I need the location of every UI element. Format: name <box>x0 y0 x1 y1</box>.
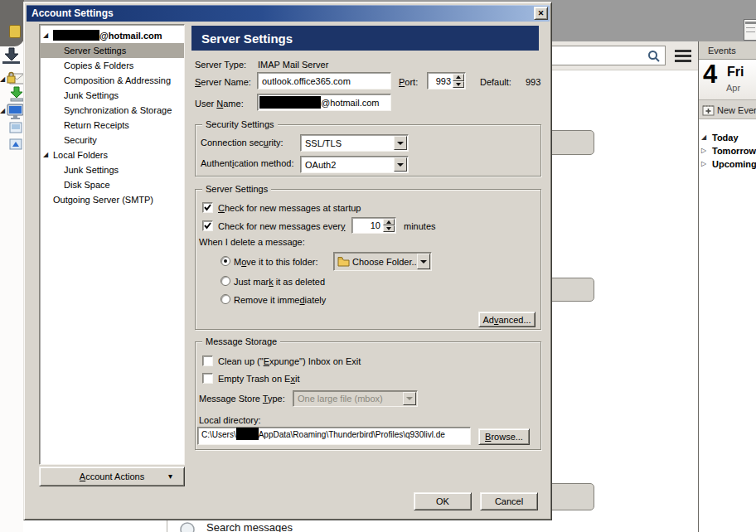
tree-item-security[interactable]: Security <box>40 133 184 148</box>
authentication-method-dropdown[interactable]: OAuth2 <box>300 156 409 173</box>
mark-deleted-radio[interactable] <box>220 276 230 286</box>
check-every-minutes-input[interactable]: 10 <box>351 217 396 234</box>
move-to-folder-radio[interactable] <box>220 256 230 266</box>
tree-item-disk-space[interactable]: Disk Space <box>40 177 184 192</box>
check-every-label[interactable]: Check for new messages every <box>218 221 345 232</box>
tree-item-local-folders[interactable]: ◢ Local Folders <box>40 148 184 162</box>
port-label: Port: <box>399 77 418 88</box>
tree-item-outgoing-smtp[interactable]: Outgoing Server (SMTP) <box>40 192 184 207</box>
mark-deleted-label[interactable]: Just mark it as deleted <box>234 277 325 288</box>
quick-search-bar[interactable]: Search messages <box>174 519 506 532</box>
check-startup-label[interactable]: Check for new messages at startup <box>218 203 361 214</box>
events-tree-upcoming[interactable]: ▷ Upcoming <box>699 157 756 171</box>
get-messages-icon[interactable] <box>1 46 21 65</box>
check-startup-checkbox[interactable] <box>202 202 213 213</box>
dropdown-button[interactable] <box>394 157 407 172</box>
tree-item-label: Junk Settings <box>64 165 119 175</box>
local-directory-suffix: AppData\Roaming\Thunderbird\Profiles\q93… <box>259 430 445 439</box>
tree-expanded-icon[interactable]: ◢ <box>43 148 48 162</box>
advanced-button[interactable]: Advanced... <box>478 312 536 327</box>
empty-trash-checkbox[interactable] <box>202 373 213 384</box>
spin-down-button[interactable] <box>383 225 395 232</box>
message-store-type-label: Message Store Type: <box>199 394 285 404</box>
events-tree-label: Upcoming <box>712 159 756 169</box>
quick-search-label: Search messages <box>206 521 293 532</box>
tree-item-account[interactable]: ◢ @hotmail.com <box>40 28 184 43</box>
tree-expanded-icon[interactable]: ◢ <box>701 131 706 144</box>
port-spinner[interactable] <box>453 74 464 88</box>
user-name-input[interactable]: @hotmail.com <box>257 94 391 111</box>
redacted-account-name <box>53 30 99 41</box>
ok-button[interactable]: OK <box>414 492 472 510</box>
tree-item-label: Copies & Folders <box>64 60 133 70</box>
close-button[interactable]: ✕ <box>534 7 548 20</box>
tree-item-composition[interactable]: Composition & Addressing <box>40 73 184 88</box>
clean-up-checkbox[interactable] <box>202 355 213 366</box>
tree-collapsed-icon[interactable]: ▷ <box>701 157 706 171</box>
minutes-spinner[interactable] <box>383 219 395 232</box>
settings-header: Server Settings <box>191 26 539 51</box>
tree-item-server-settings[interactable]: Server Settings <box>40 43 184 58</box>
account-mini-icon[interactable] <box>9 25 21 38</box>
server-type-label: Server Type: <box>195 60 246 70</box>
local-directory-input[interactable]: C:\Users\AppData\Roaming\Thunderbird\Pro… <box>197 427 471 445</box>
spin-up-button[interactable] <box>453 74 464 81</box>
remove-immediately-label[interactable]: Remove it immediately <box>234 295 326 306</box>
checkmark-icon <box>203 203 212 212</box>
calendar-tab-icon-line <box>746 27 755 28</box>
clean-up-label[interactable]: Clean up ("Expunge") Inbox on Exit <box>218 356 361 367</box>
dropdown-arrow-icon <box>420 260 427 264</box>
tree-collapsed-icon[interactable]: ▷ <box>701 144 706 157</box>
folder-item-icon[interactable] <box>9 137 23 152</box>
server-name-input[interactable]: outlook.office365.com <box>257 72 391 89</box>
tree-item-copies-folders[interactable]: Copies & Folders <box>40 58 184 73</box>
events-tree-today[interactable]: ◢ Today <box>699 131 756 144</box>
authentication-method-value: OAuth2 <box>305 160 336 171</box>
tree-item-return-receipts[interactable]: Return Receipts <box>40 118 184 133</box>
user-name-suffix: @hotmail.com <box>321 98 379 109</box>
tree-item-synchronization[interactable]: Synchronization & Storage <box>40 103 184 118</box>
folder-item-icon[interactable] <box>9 121 23 135</box>
authentication-method-label: Authentication method: <box>201 158 294 169</box>
choose-folder-dropdown[interactable]: Choose Folder... <box>333 252 432 271</box>
local-folders-icon[interactable] <box>7 104 25 120</box>
dialog-title: Account Settings <box>32 7 114 19</box>
tree-item-local-junk[interactable]: Junk Settings <box>40 162 184 177</box>
radio-dot <box>224 259 227 263</box>
folder-tree-twisty-icon[interactable]: ◢ <box>0 107 5 114</box>
dialog-titlebar[interactable]: Account Settings ✕ <box>27 5 550 22</box>
move-to-folder-label[interactable]: Move it to this folder: <box>234 257 318 268</box>
port-input[interactable]: 993 <box>427 72 466 89</box>
events-date-panel: 4 Fri Apr <box>699 60 756 100</box>
port-value: 993 <box>436 76 451 87</box>
message-storage-group: Message Storage Clean up ("Expunge") Inb… <box>195 341 541 450</box>
default-port-label: Default: <box>480 77 511 88</box>
tree-item-junk-settings[interactable]: Junk Settings <box>40 88 184 103</box>
folder-tree-twisty-icon[interactable]: ◢ <box>0 75 5 83</box>
dropdown-arrow-icon <box>397 163 404 167</box>
inbox-icon[interactable] <box>9 86 24 102</box>
calendar-tab-icon[interactable] <box>744 19 756 41</box>
dropdown-button[interactable] <box>417 254 430 269</box>
connection-security-dropdown[interactable]: SSL/TLS <box>300 134 409 152</box>
search-icon <box>647 50 661 63</box>
dropdown-button[interactable] <box>394 136 407 150</box>
connection-security-value: SSL/TLS <box>305 138 342 149</box>
app-menu-button[interactable] <box>675 49 691 64</box>
events-tree-tomorrow[interactable]: ▷ Tomorrow <box>699 144 756 157</box>
new-event-button[interactable]: New Event <box>699 100 756 119</box>
empty-trash-label[interactable]: Empty Trash on Exit <box>218 374 299 384</box>
tree-item-label: Synchronization & Storage <box>64 105 172 115</box>
server-name-label: Server Name: <box>195 77 251 88</box>
cancel-button[interactable]: Cancel <box>480 492 538 510</box>
check-every-checkbox[interactable] <box>202 220 213 231</box>
spin-down-button[interactable] <box>453 81 464 89</box>
mail-account-icon[interactable] <box>7 71 25 86</box>
account-actions-button[interactable]: Account Actions ▾ <box>39 467 185 486</box>
browse-button[interactable]: Browse... <box>478 428 530 445</box>
calendar-tab-icon-line2 <box>746 31 755 32</box>
spin-up-button[interactable] <box>383 219 395 225</box>
tree-expanded-icon[interactable]: ◢ <box>43 28 48 43</box>
remove-immediately-radio[interactable] <box>220 294 230 304</box>
security-settings-group-title: Security Settings <box>202 119 278 130</box>
